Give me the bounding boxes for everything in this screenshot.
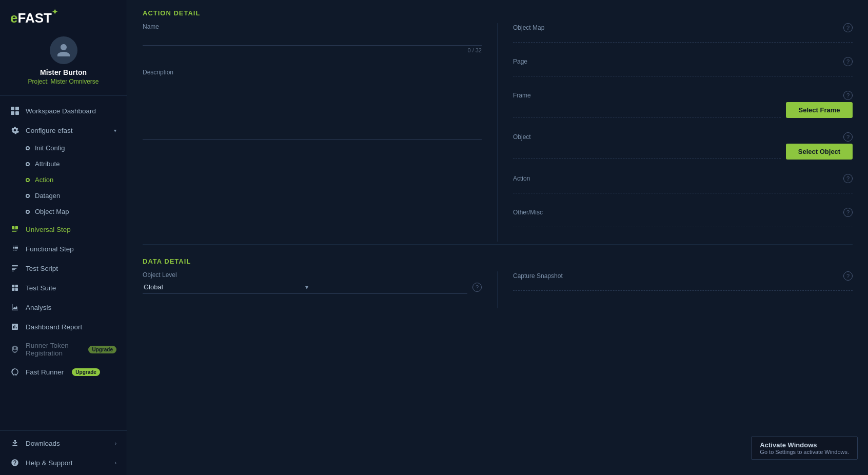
logo-text: eFAST✦ (10, 10, 58, 26)
page-label: Page (513, 58, 527, 65)
action-field: Action ? (513, 174, 853, 193)
sidebar-item-datagen[interactable]: Datagen (0, 188, 127, 204)
universal-icon (10, 225, 19, 234)
sidebar-item-functional-step[interactable]: Functional Step (0, 239, 127, 259)
capture-snapshot-field: Capture Snapshot ? (513, 271, 853, 291)
chevron-down-icon: ▾ (305, 284, 467, 291)
frame-label: Frame (513, 92, 531, 99)
object-map-help-icon[interactable]: ? (843, 23, 853, 32)
object-map-label: Object Map (513, 24, 544, 31)
sidebar-item-label: Object Map (35, 208, 69, 215)
svg-rect-15 (12, 288, 14, 291)
grid-icon (10, 106, 19, 115)
other-misc-label: Other/Misc (513, 209, 543, 216)
dot-icon (26, 146, 30, 150)
object-level-value: Global (144, 283, 305, 291)
dot-icon (26, 210, 30, 214)
sidebar-item-attribute[interactable]: Attribute (0, 156, 127, 172)
sidebar-item-fast-runner[interactable]: Fast Runner Upgrade (0, 362, 127, 382)
windows-activate-notice: Activate Windows Go to Settings to activ… (751, 437, 858, 460)
sidebar-item-label: Help & Support (26, 459, 73, 467)
other-misc-help-icon[interactable]: ? (843, 208, 853, 217)
svg-rect-9 (12, 267, 18, 267)
action-help-icon[interactable]: ? (843, 174, 853, 183)
page-input[interactable] (513, 68, 853, 76)
gear-icon (10, 126, 19, 135)
object-level-help-icon[interactable]: ? (472, 283, 482, 292)
sidebar-item-help-support[interactable]: Help & Support › (0, 453, 127, 472)
user-project: Project: Mister Omniverse (28, 78, 98, 85)
chevron-down-icon: ▾ (114, 128, 116, 133)
sidebar-item-label: Action (35, 176, 53, 184)
dot-icon (26, 178, 30, 182)
action-input[interactable] (513, 185, 853, 193)
data-detail-section: DATA DETAIL Object Level Global ▾ ? (127, 258, 868, 308)
sidebar-item-label: Init Config (35, 144, 65, 152)
svg-rect-11 (12, 269, 15, 270)
sidebar-item-configure-efast[interactable]: Configure efast ▾ (0, 121, 127, 140)
chevron-right-icon: › (115, 441, 116, 446)
frame-help-icon[interactable]: ? (843, 91, 853, 100)
sidebar-item-label: Test Script (26, 265, 58, 272)
frame-field: Frame ? Select Frame (513, 91, 853, 118)
svg-rect-6 (12, 230, 18, 230)
object-map-input[interactable] (513, 34, 853, 43)
sidebar-item-dashboard-report[interactable]: Dashboard Report (0, 317, 127, 337)
windows-activate-title: Activate Windows (760, 441, 849, 449)
sidebar-item-runner-token[interactable]: Runner Token Registration Upgrade (0, 337, 127, 362)
capture-snapshot-help-icon[interactable]: ? (843, 271, 853, 281)
sidebar-item-analysis[interactable]: Analysis (0, 298, 127, 317)
sidebar-item-universal-step[interactable]: Universal Step (0, 220, 127, 239)
sidebar-item-label: Runner Token Registration (26, 342, 78, 357)
sidebar-item-label: Downloads (26, 440, 60, 447)
sidebar-item-object-map[interactable]: Object Map (0, 204, 127, 220)
object-help-icon[interactable]: ? (843, 132, 853, 142)
object-input[interactable] (513, 145, 781, 159)
page-help-icon[interactable]: ? (843, 57, 853, 66)
sidebar-item-action[interactable]: Action (0, 172, 127, 188)
sidebar-item-label: Attribute (35, 160, 60, 168)
other-misc-input[interactable] (513, 219, 853, 227)
svg-rect-5 (15, 226, 18, 229)
data-detail-grid: Object Level Global ▾ ? Capture Snapshot (143, 271, 853, 308)
fast-runner-upgrade-badge: Upgrade (72, 368, 100, 376)
frame-input[interactable] (513, 103, 781, 117)
name-char-count: 0 / 32 (143, 47, 482, 53)
runner-icon (10, 367, 19, 377)
svg-rect-2 (11, 111, 14, 115)
svg-rect-12 (12, 271, 14, 271)
svg-rect-10 (12, 268, 16, 268)
name-label: Name (143, 23, 482, 30)
select-object-button[interactable]: Select Object (786, 144, 853, 160)
svg-rect-4 (12, 226, 14, 229)
suite-icon (10, 283, 19, 292)
svg-rect-13 (12, 285, 14, 287)
page-field: Page ? (513, 57, 853, 76)
sidebar-item-label: Functional Step (26, 245, 74, 253)
sidebar-item-downloads[interactable]: Downloads › (0, 433, 127, 453)
object-label: Object (513, 133, 531, 141)
other-misc-field: Other/Misc ? (513, 208, 853, 227)
capture-snapshot-label: Capture Snapshot (513, 272, 563, 280)
download-icon (10, 439, 19, 448)
sidebar-item-label: Datagen (35, 192, 60, 200)
sidebar-navigation: Workspace Dashboard Configure efast ▾ In… (0, 96, 127, 430)
report-icon (10, 322, 19, 331)
object-map-field: Object Map ? (513, 23, 853, 43)
sidebar-item-init-config[interactable]: Init Config (0, 140, 127, 156)
sidebar-item-label: Workspace Dashboard (26, 107, 96, 115)
sidebar-item-test-suite[interactable]: Test Suite (0, 278, 127, 298)
description-input[interactable] (143, 78, 482, 140)
section-title-action-detail: ACTION DETAIL (127, 0, 868, 23)
sidebar-item-label: Configure efast (26, 127, 73, 134)
description-field: Description (143, 69, 482, 140)
svg-rect-1 (15, 107, 19, 110)
capture-snapshot-input[interactable] (513, 283, 853, 291)
action-detail-form: Name 0 / 32 Description Object Map ? (127, 23, 868, 242)
name-input[interactable] (143, 32, 482, 46)
sidebar-item-test-script[interactable]: Test Script (0, 259, 127, 278)
upgrade-badge: Upgrade (88, 346, 116, 353)
sidebar-item-workspace-dashboard[interactable]: Workspace Dashboard (0, 101, 127, 121)
select-frame-button[interactable]: Select Frame (786, 102, 853, 118)
object-level-select[interactable]: Global ▾ (143, 281, 467, 294)
